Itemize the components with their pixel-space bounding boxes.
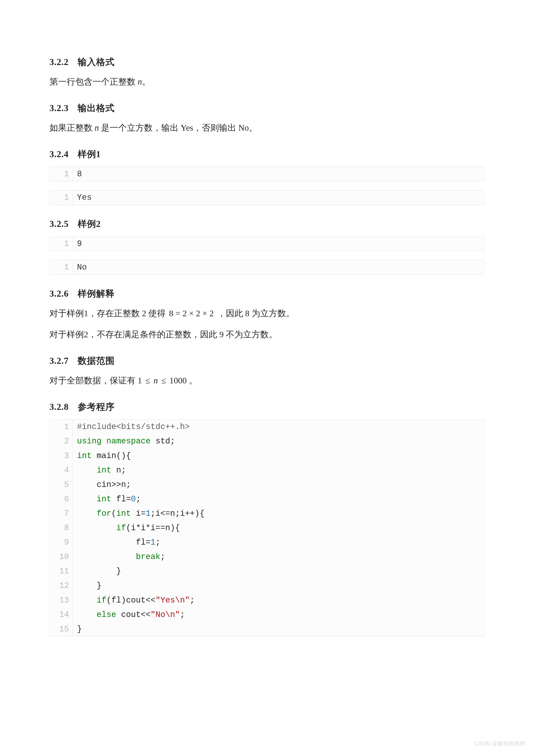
heading-3-2-7: 3.2.7 数据范围 — [49, 355, 485, 367]
watermark: CSDN @睿智的海鸥 — [474, 740, 525, 747]
line-number: 13 — [50, 593, 73, 608]
token: = — [140, 509, 146, 518]
code-text: } — [73, 622, 86, 636]
token — [77, 523, 116, 532]
paragraph-explanation-1: 对于样例1，存在正整数 2 使得 8 = 2 × 2 × 2 ，因此 8 为立方… — [49, 306, 485, 321]
token: (i*i*i==n){ — [126, 523, 180, 532]
code-text: int main(){ — [73, 448, 135, 463]
line-number: 9 — [50, 535, 73, 550]
token — [77, 466, 96, 475]
heading-title: 参考程序 — [78, 402, 114, 412]
token: ; — [170, 437, 175, 446]
token: 1 — [151, 538, 156, 547]
token: main — [96, 451, 116, 460]
heading-title: 样例2 — [78, 219, 101, 229]
code-row: 8 if(i*i*i==n){ — [50, 521, 484, 535]
heading-title: 样例1 — [78, 149, 101, 159]
line-number: 5 — [50, 477, 73, 492]
heading-number: 3.2.7 — [49, 356, 69, 366]
text-fragment: 对于样例1，存在正整数 2 使得 — [49, 309, 168, 318]
code-text: break; — [73, 550, 170, 564]
code-row: 6 int fl=0; — [50, 492, 484, 506]
token: (fl)cout<< — [107, 596, 156, 605]
line-number: 3 — [50, 448, 73, 463]
document-page: 3.2.2 输入格式 第一行包含一个正整数 n。 3.2.3 输出格式 如果正整… — [0, 0, 534, 756]
heading-number: 3.2.6 — [49, 289, 69, 299]
token: if — [96, 596, 107, 605]
line-number: 8 — [50, 521, 73, 535]
heading-title: 输入格式 — [78, 57, 114, 67]
token: ; — [190, 596, 195, 605]
heading-3-2-4: 3.2.4 样例1 — [49, 148, 485, 160]
code-row: 2using namespace std; — [50, 434, 484, 448]
token: 1 — [146, 509, 151, 518]
code-row: 12 } — [50, 579, 484, 593]
token: } — [77, 567, 121, 576]
heading-title: 数据范围 — [78, 356, 114, 366]
token: fl — [116, 495, 126, 504]
line-number: 1 — [50, 419, 73, 434]
paragraph-input-format: 第一行包含一个正整数 n。 — [49, 74, 485, 89]
heading-3-2-8: 3.2.8 参考程序 — [49, 401, 485, 413]
token: ; — [161, 552, 165, 561]
line-number: 7 — [50, 506, 73, 521]
heading-number: 3.2.5 — [49, 219, 69, 229]
code-text: fl=1; — [73, 535, 165, 550]
token: cout<< — [121, 610, 151, 619]
token: ( — [112, 509, 116, 518]
line-number: 1 — [50, 236, 73, 251]
heading-number: 3.2.3 — [49, 103, 69, 113]
line-number: 14 — [50, 608, 73, 622]
token: (){ — [116, 451, 131, 460]
code-text: using namespace std; — [73, 434, 179, 448]
code-text: if(i*i*i==n){ — [73, 521, 184, 535]
token: for — [96, 509, 111, 518]
math-var-n: n — [95, 123, 99, 133]
token — [77, 610, 96, 619]
math-var-n: n — [138, 77, 142, 87]
line-number: 4 — [50, 463, 73, 477]
token: int — [116, 509, 136, 518]
text-fragment: 。 — [142, 77, 151, 87]
code-row: 1#include<bits/stdc++.h> — [50, 419, 484, 434]
token: int — [77, 451, 96, 460]
code-text: int fl=0; — [73, 492, 145, 506]
token — [77, 509, 96, 518]
heading-number: 3.2.4 — [49, 149, 69, 159]
paragraph-explanation-2: 对于样例2，不存在满足条件的正整数，因此 9 不为立方数。 — [49, 327, 485, 342]
heading-title: 输出格式 — [78, 103, 114, 113]
line-number: 10 — [50, 550, 73, 564]
line-number: 6 — [50, 492, 73, 506]
code-text: cin>>n; — [73, 477, 135, 492]
heading-3-2-5: 3.2.5 样例2 — [49, 218, 485, 230]
line-number: 12 — [50, 579, 73, 593]
token: n — [116, 466, 121, 475]
reference-program-block: 1#include<bits/stdc++.h>2using namespace… — [49, 419, 485, 636]
code-text: int n; — [73, 463, 130, 477]
code-row: 9 fl=1; — [50, 535, 484, 550]
math-expression: 1 ≤ n ≤ 1000 — [138, 376, 187, 385]
heading-number: 3.2.2 — [49, 57, 69, 67]
text-fragment: 。 — [189, 376, 197, 385]
heading-number: 3.2.8 — [49, 402, 69, 412]
example1-input-block: 1 8 — [49, 167, 485, 181]
code-row: 1 Yes — [50, 190, 484, 205]
heading-3-2-2: 3.2.2 输入格式 — [49, 56, 485, 68]
token: "Yes\n" — [156, 596, 190, 605]
text-fragment: 第一行包含一个正整数 — [49, 77, 138, 87]
example1-output-block: 1 Yes — [49, 190, 485, 205]
code-text: if(fl)cout<<"Yes\n"; — [73, 593, 199, 608]
code-row: 7 for(int i=1;i<=n;i++){ — [50, 506, 484, 521]
line-number: 2 — [50, 434, 73, 448]
text-fragment: 对于全部数据，保证有 — [49, 376, 138, 385]
text-fragment: ，因此 8 为立方数。 — [217, 309, 294, 318]
token — [77, 495, 96, 504]
paragraph-output-format: 如果正整数 n 是一个立方数，输出 Yes，否则输出 No。 — [49, 121, 485, 135]
code-row: 13 if(fl)cout<<"Yes\n"; — [50, 593, 484, 608]
example2-input-block: 1 9 — [49, 236, 485, 251]
code-text: for(int i=1;i<=n;i++){ — [73, 506, 209, 521]
code-row: 10 break; — [50, 550, 484, 564]
line-number: 15 — [50, 622, 73, 636]
token: ; — [180, 610, 185, 619]
text-fragment: 如果正整数 — [49, 123, 95, 133]
